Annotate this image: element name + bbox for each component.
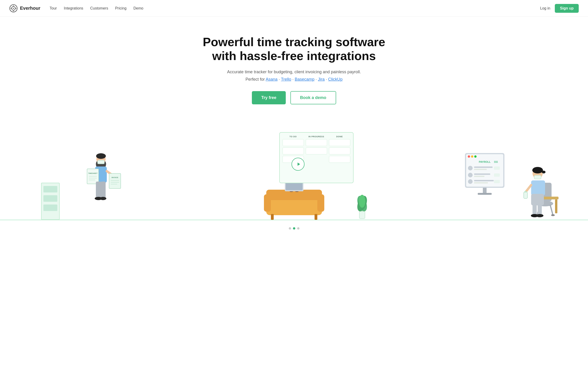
svg-point-3 — [13, 5, 14, 6]
logo-text: Everhour — [20, 6, 40, 11]
kanban-card — [329, 139, 350, 146]
svg-rect-23 — [96, 181, 101, 198]
svg-rect-64 — [474, 173, 490, 175]
svg-rect-90 — [524, 192, 527, 199]
kanban-col-todo-label: TO DO — [283, 135, 304, 138]
filing-cabinet — [41, 183, 60, 220]
svg-rect-85 — [531, 194, 544, 205]
person-right — [517, 155, 558, 220]
svg-point-63 — [468, 173, 473, 177]
svg-point-96 — [359, 195, 365, 208]
kanban-card — [329, 148, 350, 154]
book-demo-button[interactable]: Book a demo — [290, 91, 336, 104]
cabinet-drawer-3 — [43, 204, 57, 211]
svg-point-2 — [13, 8, 14, 9]
kanban-card — [329, 156, 350, 163]
logo[interactable]: Everhour — [9, 4, 40, 12]
svg-rect-24 — [101, 181, 106, 198]
svg-rect-82 — [534, 175, 541, 179]
integration-clickup[interactable]: ClickUp — [328, 77, 343, 82]
kanban-card — [283, 139, 304, 146]
svg-rect-78 — [555, 200, 557, 213]
hero-section: Powerful time tracking software with has… — [190, 17, 399, 128]
dot-2[interactable] — [293, 227, 295, 230]
try-free-button[interactable]: Try free — [252, 91, 285, 104]
play-button[interactable] — [291, 158, 304, 171]
hero-integrations: Perfect for Asana · Trello · Basecamp · … — [194, 77, 394, 82]
kanban-board: TO DO IN PROGRESS DONE — [279, 132, 354, 183]
svg-rect-91 — [525, 191, 527, 192]
signup-button[interactable]: Sign up — [555, 4, 579, 13]
plant — [353, 187, 371, 220]
svg-rect-30 — [317, 194, 324, 212]
svg-line-84 — [526, 185, 531, 191]
logo-icon — [9, 4, 18, 12]
illustration-area: TIMESHEET INVOICE — [0, 128, 588, 234]
integration-trello[interactable]: Trello — [281, 77, 291, 82]
dot-navigation — [289, 227, 299, 230]
integration-asana[interactable]: Asana — [266, 77, 277, 82]
scene: TIMESHEET INVOICE — [0, 128, 588, 225]
nav-demo[interactable]: Demo — [134, 6, 144, 10]
svg-rect-69 — [474, 182, 488, 183]
svg-point-6 — [16, 8, 16, 9]
svg-point-26 — [100, 197, 106, 200]
cabinet-drawer-2 — [43, 195, 57, 202]
svg-point-5 — [11, 8, 11, 9]
svg-rect-61 — [474, 169, 487, 170]
svg-rect-29 — [264, 194, 271, 212]
svg-text:TIMESHEET: TIMESHEET — [88, 172, 98, 174]
svg-rect-87 — [538, 205, 542, 215]
hero-title: Powerful time tracking software with has… — [194, 35, 394, 63]
hero-buttons: Try free Book a demo — [194, 91, 394, 104]
svg-rect-60 — [474, 167, 493, 168]
svg-rect-32 — [315, 214, 317, 220]
svg-text:PAYROLL: PAYROLL — [479, 160, 491, 163]
svg-rect-31 — [271, 214, 274, 220]
nav-tour[interactable]: Tour — [50, 6, 57, 10]
kanban-col-done-label: DONE — [329, 135, 350, 138]
svg-rect-70 — [494, 180, 500, 183]
nav-integrations[interactable]: Integrations — [64, 6, 83, 10]
hero-subtitle: Accurate time tracker for budgeting, cli… — [194, 69, 394, 75]
svg-rect-66 — [494, 173, 500, 177]
nav-customers[interactable]: Customers — [90, 6, 108, 10]
nav-pricing[interactable]: Pricing — [115, 6, 126, 10]
cabinet-drawer-1 — [43, 186, 57, 192]
svg-rect-10 — [97, 160, 105, 164]
svg-point-4 — [13, 10, 14, 11]
kanban-card — [306, 139, 327, 146]
dot-1[interactable] — [289, 227, 291, 230]
play-icon — [296, 162, 301, 167]
svg-marker-49 — [297, 162, 300, 166]
kanban-columns: TO DO IN PROGRESS DONE — [283, 135, 350, 180]
svg-point-56 — [474, 155, 477, 158]
svg-rect-18 — [109, 173, 121, 189]
kanban-col-inprogress-label: IN PROGRESS — [306, 135, 327, 138]
kanban-col-todo: TO DO — [283, 135, 304, 180]
kanban-col-done: DONE — [329, 135, 350, 180]
svg-point-76 — [551, 214, 555, 216]
person-left: TIMESHEET INVOICE — [82, 150, 124, 220]
svg-point-89 — [536, 214, 543, 217]
navbar: Everhour Tour Integrations Customers Pri… — [0, 0, 588, 17]
dot-3[interactable] — [297, 227, 299, 230]
integration-basecamp[interactable]: Basecamp — [295, 77, 315, 82]
svg-text:$$$: $$$ — [494, 161, 498, 163]
nav-right: Log in Sign up — [540, 4, 579, 13]
svg-point-81 — [542, 171, 546, 173]
login-link[interactable]: Log in — [540, 6, 550, 10]
integration-jira[interactable]: Jira — [318, 77, 325, 82]
svg-point-80 — [532, 167, 543, 173]
svg-rect-51 — [478, 193, 492, 195]
svg-line-74 — [550, 205, 553, 215]
svg-text:INVOICE: INVOICE — [111, 177, 118, 178]
kanban-card — [283, 148, 304, 154]
svg-rect-65 — [474, 176, 484, 177]
kanban-card — [306, 148, 327, 154]
payroll-monitor: PAYROLL $$$ — [464, 151, 506, 197]
svg-rect-83 — [531, 180, 545, 195]
kanban-col-inprogress: IN PROGRESS — [306, 135, 327, 180]
svg-point-55 — [471, 155, 473, 158]
svg-rect-68 — [474, 180, 494, 181]
